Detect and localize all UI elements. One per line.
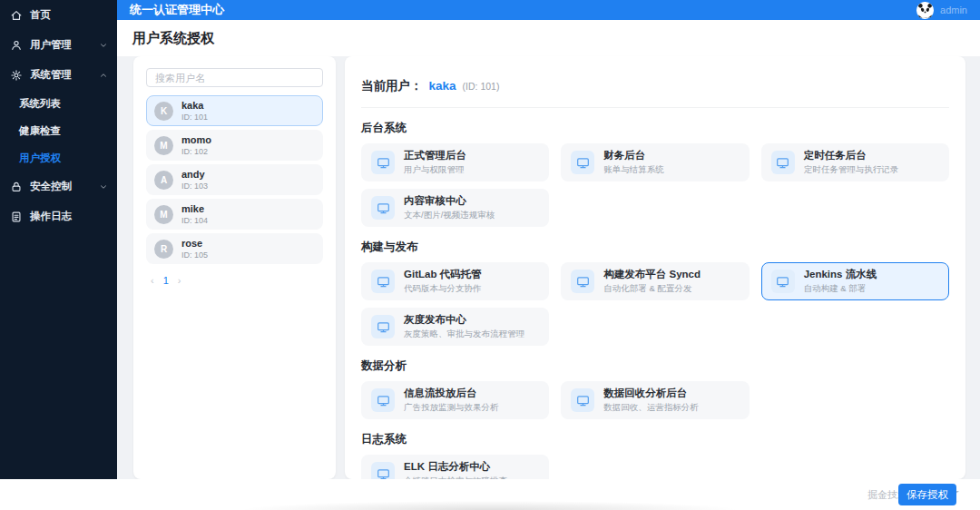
- user-list-item[interactable]: R rose ID: 105: [146, 233, 323, 264]
- user-name: kaka: [181, 100, 208, 112]
- user-id: ID: 105: [181, 250, 208, 260]
- current-user-row: 当前用户： kaka (ID: 101): [361, 56, 949, 108]
- system-section: 数据分析 信息流投放后台 广告投放监测与效果分析 数据回收分析后台 数据回收、运…: [361, 358, 949, 419]
- sidebar-item-system-list[interactable]: 系统列表: [0, 90, 117, 117]
- page-title: 用户系统授权: [132, 30, 214, 47]
- user-list-item[interactable]: M momo ID: 102: [146, 130, 323, 161]
- system-card[interactable]: 财务后台 账单与结算系统: [561, 143, 749, 181]
- user-name: momo: [181, 134, 211, 146]
- system-card[interactable]: 定时任务后台 定时任务管理与执行记录: [761, 143, 949, 181]
- system-card[interactable]: 内容审核中心 文本/图片/视频违规审核: [361, 189, 549, 227]
- search-input[interactable]: [146, 68, 323, 87]
- system-card[interactable]: 灰度发布中心 灰度策略、审批与发布流程管理: [361, 308, 549, 346]
- sidebar-item-label: 操作日志: [30, 210, 108, 223]
- monitor-icon: [571, 151, 594, 174]
- save-authorization-button[interactable]: 保存授权: [898, 484, 956, 505]
- system-name: 信息流投放后台: [404, 387, 499, 400]
- monitor-icon: [771, 151, 795, 174]
- system-desc: 定时任务管理与执行记录: [804, 164, 899, 174]
- system-desc: 用户与权限管理: [404, 164, 466, 174]
- main-content: K kaka ID: 101 M momo ID: 102 A andy ID:…: [117, 56, 980, 479]
- system-card[interactable]: ELK 日志分析中心 全链路日志检索与故障排查: [361, 455, 549, 479]
- avatar: R: [154, 240, 173, 259]
- user-name: rose: [181, 238, 208, 250]
- system-card[interactable]: 数据回收分析后台 数据回收、运营指标分析: [561, 381, 749, 419]
- footer-bar: 掘金技术 保存授权 了: [0, 479, 980, 510]
- user-name: mike: [181, 203, 208, 215]
- sidebar-item-user-authorization[interactable]: 用户授权: [0, 144, 117, 172]
- sidebar-item-label: 用户管理: [30, 38, 92, 52]
- sidebar-item-user-management[interactable]: 用户管理: [0, 30, 117, 60]
- monitor-icon: [371, 462, 395, 479]
- window-shadow: [245, 501, 735, 510]
- system-desc: 自动构建 & 部署: [804, 283, 877, 293]
- system-grid: 信息流投放后台 广告投放监测与效果分析 数据回收分析后台 数据回收、运营指标分析: [361, 381, 949, 419]
- sidebar-menu: 首页 用户管理 系统管理 系统列表健康检查用户授权 安全控制 操作日志: [0, 0, 117, 231]
- chevron-up-icon: [99, 71, 108, 80]
- system-card[interactable]: 正式管理后台 用户与权限管理: [361, 143, 549, 181]
- page-header: 用户系统授权: [117, 20, 980, 56]
- next-page-button[interactable]: ›: [178, 275, 181, 286]
- system-name: 正式管理后台: [404, 150, 466, 162]
- sidebar-item-system-management[interactable]: 系统管理: [0, 60, 117, 90]
- avatar: M: [154, 205, 173, 224]
- sidebar-item-security-control[interactable]: 安全控制: [0, 172, 117, 201]
- prev-page-button[interactable]: ‹: [151, 275, 154, 286]
- avatar: K: [154, 102, 173, 121]
- user-id: ID: 103: [181, 181, 208, 191]
- system-card[interactable]: 构建发布平台 Syncd 自动化部署 & 配置分发: [561, 262, 749, 300]
- system-grid: 正式管理后台 用户与权限管理 财务后台 账单与结算系统 定时任务后台 定时任务管…: [361, 143, 949, 227]
- section-title: 后台系统: [361, 121, 949, 136]
- system-section: 构建与发布 GitLab 代码托管 代码版本与分支协作 构建发布平台 Syncd…: [361, 240, 949, 346]
- page-number[interactable]: 1: [163, 275, 169, 286]
- lock-icon: [10, 181, 23, 193]
- user-name: andy: [181, 169, 208, 181]
- system-desc: 账单与结算系统: [603, 164, 664, 174]
- monitor-icon: [571, 388, 594, 412]
- system-name: 定时任务后台: [804, 150, 899, 162]
- panda-avatar-icon[interactable]: [916, 2, 934, 19]
- system-card[interactable]: GitLab 代码托管 代码版本与分支协作: [361, 262, 549, 300]
- chevron-down-icon: [99, 182, 108, 191]
- system-name: 数据回收分析后台: [603, 387, 699, 400]
- user-id: ID: 104: [181, 216, 208, 226]
- sidebar-item-home[interactable]: 首页: [0, 0, 117, 30]
- system-section: 日志系统 ELK 日志分析中心 全链路日志检索与故障排查: [361, 432, 949, 479]
- home-icon: [10, 9, 23, 22]
- system-name: 财务后台: [603, 150, 664, 162]
- system-desc: 灰度策略、审批与发布流程管理: [404, 329, 524, 338]
- system-desc: 自动化部署 & 配置分发: [603, 283, 701, 293]
- section-title: 构建与发布: [361, 240, 949, 255]
- system-name: GitLab 代码托管: [404, 269, 482, 281]
- sidebar-item-operation-logs[interactable]: 操作日志: [0, 201, 117, 231]
- monitor-icon: [371, 196, 395, 220]
- system-section: 后台系统 正式管理后台 用户与权限管理 财务后台 账单与结算系统 定时任务后台 …: [361, 121, 949, 227]
- user-list-item[interactable]: M mike ID: 104: [146, 199, 323, 230]
- sidebar-item-label: 安全控制: [30, 180, 92, 193]
- system-desc: 文本/图片/视频违规审核: [404, 210, 495, 220]
- system-name: 灰度发布中心: [404, 314, 524, 327]
- top-bar: 统一认证管理中心 admin: [117, 0, 980, 20]
- sidebar-item-label: 首页: [30, 8, 108, 22]
- monitor-icon: [371, 388, 395, 412]
- user-list-item[interactable]: K kaka ID: 101: [146, 95, 323, 126]
- gear-icon: [10, 69, 23, 82]
- system-name: 构建发布平台 Syncd: [603, 269, 701, 281]
- sidebar: 首页 用户管理 系统管理 系统列表健康检查用户授权 安全控制 操作日志: [0, 0, 117, 479]
- sidebar-item-health-check[interactable]: 健康检查: [0, 117, 117, 144]
- system-grid: ELK 日志分析中心 全链路日志检索与故障排查: [361, 455, 949, 479]
- monitor-icon: [371, 151, 395, 174]
- authorization-panel: 当前用户： kaka (ID: 101) 后台系统 正式管理后台 用户与权限管理…: [345, 56, 965, 479]
- user-id: ID: 102: [181, 147, 211, 157]
- current-user-name: kaka: [429, 79, 456, 93]
- chevron-down-icon: [99, 41, 108, 50]
- system-card[interactable]: 信息流投放后台 广告投放监测与效果分析: [361, 381, 549, 419]
- system-desc: 代码版本与分支协作: [404, 283, 482, 293]
- system-card[interactable]: Jenkins 流水线 自动构建 & 部署: [761, 262, 949, 300]
- doc-icon: [10, 211, 23, 223]
- system-name: Jenkins 流水线: [804, 269, 877, 281]
- user-list-item[interactable]: A andy ID: 103: [146, 164, 323, 195]
- avatar: M: [154, 136, 173, 155]
- monitor-icon: [371, 315, 395, 338]
- user-icon: [10, 39, 23, 52]
